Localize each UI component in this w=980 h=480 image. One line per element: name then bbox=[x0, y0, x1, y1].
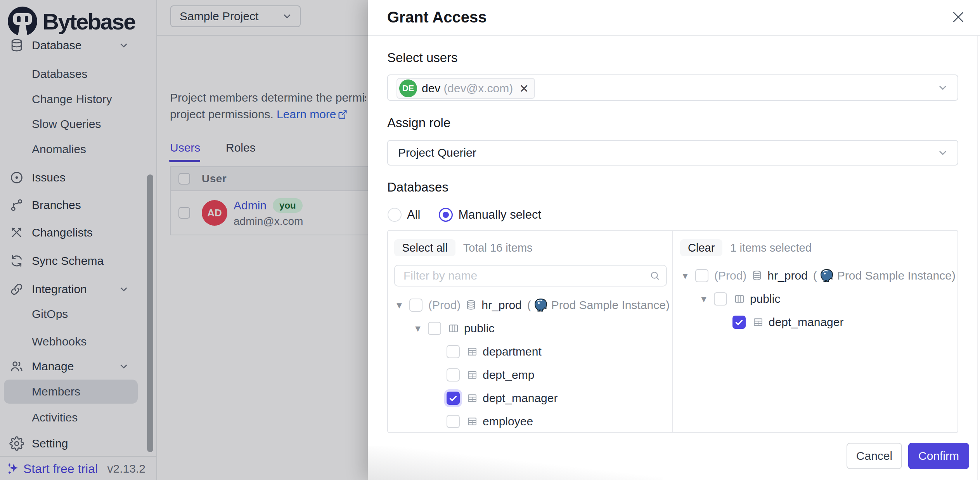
postgresql-icon bbox=[533, 298, 549, 313]
node-name: dept_emp bbox=[483, 368, 534, 382]
checkbox-checked[interactable] bbox=[732, 316, 746, 329]
users-multiselect[interactable]: DE dev (dev@x.com) ✕ bbox=[387, 74, 958, 101]
database-scope-radios: All Manually select bbox=[388, 207, 541, 223]
checkbox[interactable] bbox=[447, 368, 460, 382]
chip-user-email: (dev@x.com) bbox=[443, 82, 513, 95]
source-tree-panel: Select all Total 16 items ▾ (Prod) hr_pr… bbox=[388, 231, 673, 432]
radio-all-label[interactable]: All bbox=[407, 208, 420, 222]
scroll-shadow bbox=[368, 446, 663, 480]
node-name: public bbox=[464, 322, 494, 335]
avatar: DE bbox=[399, 79, 417, 97]
checkbox[interactable] bbox=[409, 299, 422, 312]
confirm-button[interactable]: Confirm bbox=[908, 443, 969, 469]
checkbox[interactable] bbox=[695, 269, 708, 282]
chip-remove-icon[interactable]: ✕ bbox=[519, 82, 529, 95]
database-icon bbox=[751, 270, 763, 281]
tree-row-instance[interactable]: ▾ (Prod) hr_prod ( Prod Sample Instance) bbox=[393, 294, 670, 317]
radio-all[interactable] bbox=[388, 208, 402, 222]
checkbox[interactable] bbox=[447, 345, 460, 358]
postgresql-icon bbox=[819, 268, 835, 283]
node-name: dept_manager bbox=[769, 316, 843, 329]
bytebase-app: Bytebase Database Databases Change Histo… bbox=[0, 0, 980, 480]
modal-scrollbar-gutter[interactable] bbox=[977, 36, 980, 480]
paren: ( bbox=[527, 299, 531, 312]
node-name: hr_prod bbox=[767, 269, 807, 282]
grant-access-modal: Grant Access Select users DE dev (dev@x.… bbox=[368, 0, 980, 480]
node-name: hr_prod bbox=[481, 299, 521, 312]
filter-field bbox=[394, 265, 667, 287]
table-icon bbox=[466, 369, 478, 381]
tree-row-schema[interactable]: ▾ public bbox=[698, 287, 780, 311]
select-all-button[interactable]: Select all bbox=[394, 239, 455, 256]
chevron-down-icon bbox=[937, 147, 949, 159]
radio-manually-select[interactable] bbox=[439, 208, 453, 222]
table-icon bbox=[752, 316, 764, 328]
instance-name: Prod Sample Instance) bbox=[837, 269, 956, 282]
schema-icon bbox=[734, 293, 745, 305]
assign-role-label: Assign role bbox=[387, 116, 450, 130]
database-transfer-panel: Select all Total 16 items ▾ (Prod) hr_pr… bbox=[387, 230, 958, 433]
total-items-label: Total 16 items bbox=[463, 242, 533, 254]
tree-row-instance[interactable]: ▾ (Prod) hr_prod ( Prod Sample Instance) bbox=[679, 264, 956, 287]
caret-down-icon[interactable]: ▾ bbox=[393, 299, 405, 311]
checkbox[interactable] bbox=[714, 292, 727, 306]
tree-row-table-selected[interactable]: dept_manager bbox=[431, 387, 558, 410]
filter-input[interactable] bbox=[394, 265, 667, 287]
chevron-down-icon bbox=[937, 81, 949, 94]
node-name: public bbox=[750, 292, 780, 306]
selected-count-label: 1 items selected bbox=[730, 242, 812, 254]
node-name: dept_manager bbox=[483, 392, 558, 405]
table-icon bbox=[466, 392, 478, 404]
database-icon bbox=[465, 299, 477, 311]
instance-name: Prod Sample Instance) bbox=[551, 299, 670, 312]
clear-button[interactable]: Clear bbox=[680, 239, 722, 256]
caret-down-icon[interactable]: ▾ bbox=[412, 323, 424, 334]
table-icon bbox=[466, 416, 478, 427]
tree-row-table[interactable]: dept_emp bbox=[431, 363, 534, 387]
node-name: employee bbox=[483, 415, 533, 428]
checkbox[interactable] bbox=[447, 415, 460, 428]
modal-title: Grant Access bbox=[387, 9, 487, 26]
role-select-value: Project Querier bbox=[398, 146, 476, 159]
radio-manual-label[interactable]: Manually select bbox=[458, 208, 541, 222]
paren: ( bbox=[813, 269, 817, 282]
search-icon bbox=[649, 270, 661, 281]
cancel-button[interactable]: Cancel bbox=[847, 443, 902, 469]
chip-user-name: dev bbox=[422, 82, 440, 95]
tree-row-table-selected[interactable]: dept_manager bbox=[717, 311, 843, 334]
close-icon[interactable] bbox=[949, 8, 968, 26]
caret-down-icon[interactable]: ▾ bbox=[698, 293, 710, 305]
selected-tree-panel: Clear 1 items selected ▾ (Prod) hr_prod … bbox=[674, 231, 958, 432]
checkbox-checked[interactable] bbox=[447, 392, 460, 405]
environment-label: (Prod) bbox=[428, 299, 461, 312]
tree-row-table[interactable]: employee bbox=[431, 410, 533, 433]
schema-icon bbox=[448, 323, 459, 334]
tree-row-schema[interactable]: ▾ public bbox=[412, 317, 494, 340]
user-chip: DE dev (dev@x.com) ✕ bbox=[397, 78, 535, 99]
caret-down-icon[interactable]: ▾ bbox=[679, 270, 691, 281]
modal-header: Grant Access bbox=[368, 0, 980, 36]
checkbox[interactable] bbox=[428, 322, 441, 335]
databases-label: Databases bbox=[387, 180, 448, 195]
node-name: department bbox=[483, 345, 542, 358]
environment-label: (Prod) bbox=[714, 269, 746, 282]
select-users-label: Select users bbox=[387, 50, 458, 65]
table-icon bbox=[466, 346, 478, 357]
role-select[interactable]: Project Querier bbox=[387, 140, 958, 166]
tree-row-table[interactable]: department bbox=[431, 340, 542, 363]
